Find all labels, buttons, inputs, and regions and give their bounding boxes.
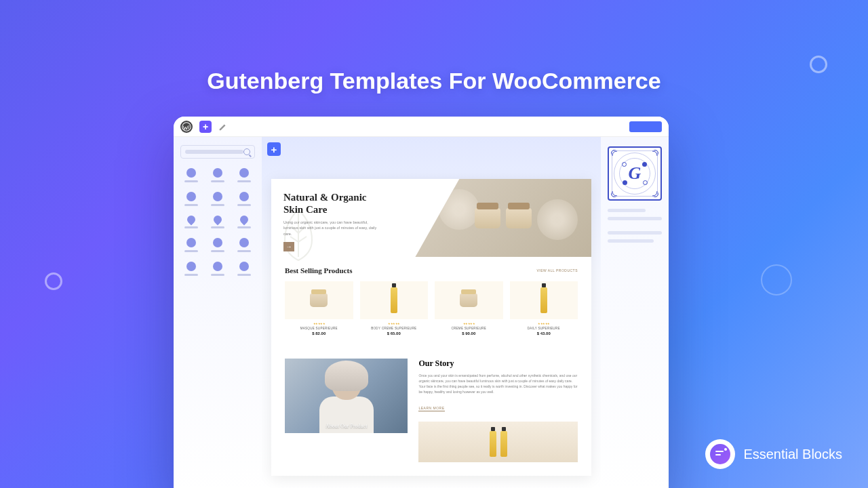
product-card[interactable]: ★★★★★ DAILY SUPERIEURE $ 43.00 <box>510 281 578 336</box>
block-item[interactable] <box>207 192 228 206</box>
editor-topbar: + <box>174 117 669 137</box>
star-rating-icon: ★★★★★ <box>285 322 353 325</box>
product-image-icon <box>540 287 547 313</box>
gutenberg-logo-icon: G <box>608 146 662 201</box>
product-image-icon <box>310 293 328 307</box>
block-item[interactable] <box>234 262 255 276</box>
editor-body: + Natural & Organic Skin Care Using our … <box>174 137 669 488</box>
hero-cta-button[interactable]: → <box>283 242 294 251</box>
product-image-icon <box>391 287 397 313</box>
template-preview: Natural & Organic Skin Care Using our or… <box>271 179 591 476</box>
block-item[interactable] <box>207 168 228 182</box>
block-item[interactable] <box>234 216 255 228</box>
learn-more-link[interactable]: LEARN MORE <box>418 406 444 411</box>
block-item[interactable] <box>180 238 201 252</box>
block-item[interactable] <box>234 238 255 252</box>
wordpress-logo-icon[interactable] <box>180 121 193 133</box>
story-caption: About Our Product <box>285 423 408 429</box>
story-product-image <box>418 422 578 462</box>
editor-canvas[interactable]: + Natural & Organic Skin Care Using our … <box>262 137 601 488</box>
block-item[interactable] <box>180 216 201 228</box>
decor-ring <box>45 272 62 290</box>
star-rating-icon: ★★★★★ <box>360 322 429 325</box>
block-item[interactable] <box>207 216 228 228</box>
essential-blocks-logo-icon <box>705 439 735 469</box>
view-all-link[interactable]: VIEW ALL PRODUCTS <box>536 268 578 272</box>
story-image: About Our Product <box>285 359 408 433</box>
block-item[interactable] <box>234 168 255 182</box>
brand-name: Essential Blocks <box>743 447 842 462</box>
search-icon <box>243 148 250 155</box>
edit-icon[interactable] <box>218 122 228 131</box>
block-item[interactable] <box>180 262 201 276</box>
block-search-input[interactable] <box>180 145 255 159</box>
block-inserter-panel <box>174 137 262 488</box>
settings-placeholder <box>608 209 662 243</box>
our-story-section: About Our Product Our Story Once you and… <box>271 345 591 476</box>
story-title: Our Story <box>418 359 578 369</box>
block-item[interactable] <box>207 262 228 276</box>
publish-button[interactable] <box>629 121 662 132</box>
hero-image <box>415 179 591 257</box>
product-grid: ★★★★★ MASQUE SUPERIEURE $ 82.00 ★★★★★ BO… <box>285 281 578 336</box>
product-card[interactable]: ★★★★★ MASQUE SUPERIEURE $ 82.00 <box>285 281 353 336</box>
brand-badge: Essential Blocks <box>705 439 842 469</box>
product-card[interactable]: ★★★★★ CREME SUPERIEURE $ 90.00 <box>435 281 503 336</box>
page-headline: Gutenberg Templates For WooCommerce <box>0 68 868 94</box>
block-item[interactable] <box>207 238 228 252</box>
block-item[interactable] <box>234 192 255 206</box>
add-block-button[interactable]: + <box>199 121 212 133</box>
block-item[interactable] <box>180 192 201 206</box>
canvas-add-block-button[interactable]: + <box>267 142 281 156</box>
block-grid <box>180 168 255 276</box>
block-item[interactable] <box>180 168 201 182</box>
product-image-icon <box>460 293 477 307</box>
star-rating-icon: ★★★★★ <box>510 322 578 325</box>
star-rating-icon: ★★★★★ <box>435 322 503 325</box>
decor-ring <box>761 264 792 296</box>
editor-window: + <box>174 117 669 488</box>
hero-body: Using our organic skincare, you can have… <box>283 220 378 237</box>
hero-section: Natural & Organic Skin Care Using our or… <box>271 179 591 257</box>
product-card[interactable]: ★★★★★ BODY CREME SUPERIEURE $ 65.00 <box>360 281 429 336</box>
story-body: Once you and your skin is emancipated fr… <box>418 373 578 394</box>
settings-panel: G <box>601 137 669 488</box>
hero-title: Natural & Organic Skin Care <box>283 191 403 216</box>
